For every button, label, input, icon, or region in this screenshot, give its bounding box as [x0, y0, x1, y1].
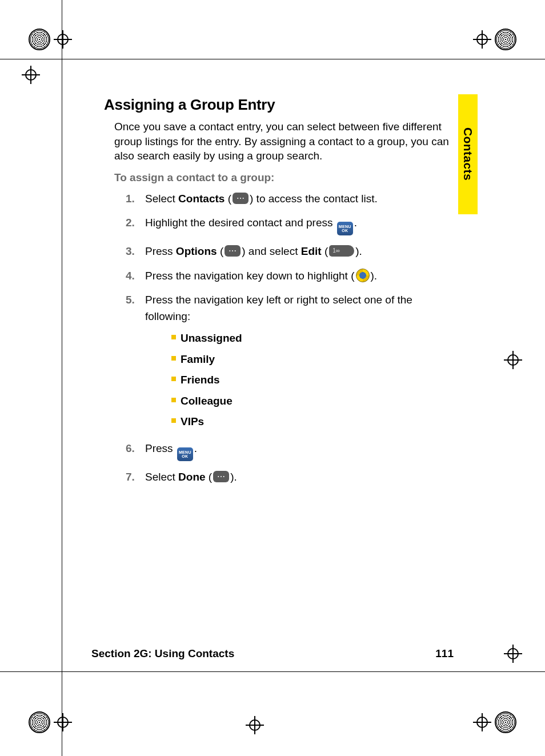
registration-mark [474, 711, 516, 733]
group-option: Family [171, 349, 457, 370]
footer-page-number: 111 [435, 647, 454, 660]
step-item: Press the navigation key down to highlig… [126, 268, 457, 293]
registration-mark [23, 67, 39, 83]
step-list: Select Contacts () to access the contact… [126, 191, 457, 494]
step-item: Select Contacts () to access the contact… [126, 191, 457, 215]
crop-line [62, 0, 62, 756]
step-item: Press Options () and select Edit (). [126, 243, 457, 268]
step-text: ( [225, 193, 231, 205]
step-text: Highlight the desired contact and press [145, 217, 336, 229]
menu-ok-icon: MENUOK [337, 222, 353, 235]
step-text: ( [206, 471, 213, 483]
crop-line [0, 59, 545, 59]
crop-line [0, 671, 545, 672]
ui-term: Done [178, 471, 206, 483]
registration-mark [474, 29, 516, 50]
step-text: Select [145, 471, 178, 483]
group-option: VIPs [171, 411, 457, 433]
step-text: . [194, 442, 197, 454]
step-text: ). [371, 270, 378, 282]
step-text: . [354, 217, 357, 229]
step-text: ( [322, 245, 328, 257]
registration-mark [29, 29, 71, 50]
softkey-icon [233, 193, 249, 204]
step-text: ( [217, 245, 224, 257]
group-option: Friends [171, 370, 457, 391]
group-option: Colleague [171, 391, 457, 412]
softkey-wide-icon [329, 245, 354, 257]
step-text: Press the navigation key down to highlig… [145, 270, 355, 282]
menu-ok-icon: MENUOK [177, 447, 193, 461]
page-content: Assigning a Group Entry Once you save a … [91, 86, 457, 493]
step-item: Press MENUOK. [126, 441, 457, 469]
section-tab-label: Contacts [461, 127, 475, 181]
registration-mark [29, 711, 71, 733]
registration-mark [505, 646, 521, 662]
ui-term: Options [176, 245, 217, 257]
registration-mark [505, 352, 521, 368]
step-text: ). [355, 245, 362, 257]
group-option-list: Unassigned Family Friends Colleague VIPs [171, 328, 457, 433]
step-text: Select [145, 193, 178, 205]
intro-paragraph: Once you save a contact entry, you can s… [114, 119, 457, 163]
ui-term: Contacts [178, 193, 225, 205]
navigation-key-icon [356, 269, 370, 282]
step-text: Press [145, 442, 176, 454]
section-tab: Contacts [458, 94, 478, 214]
group-option: Unassigned [171, 328, 457, 349]
step-text: ) to access the contact list. [250, 193, 378, 205]
step-item: Highlight the desired contact and press … [126, 215, 457, 243]
footer-section: Section 2G: Using Contacts [91, 647, 234, 660]
step-text: ) and select [242, 245, 301, 257]
step-item: Select Done (). [126, 469, 457, 494]
step-text: Press the navigation key left or right t… [145, 294, 412, 322]
registration-mark [247, 717, 263, 733]
softkey-icon [213, 471, 229, 482]
step-text: Press [145, 245, 176, 257]
step-item: Press the navigation key left or right t… [126, 292, 457, 441]
softkey-icon [225, 245, 241, 257]
ui-term: Edit [301, 245, 322, 257]
page-footer: Section 2G: Using Contacts 111 [91, 647, 454, 660]
step-text: ). [230, 471, 237, 483]
page-heading: Assigning a Group Entry [104, 96, 457, 114]
task-subheading: To assign a contact to a group: [114, 171, 457, 184]
